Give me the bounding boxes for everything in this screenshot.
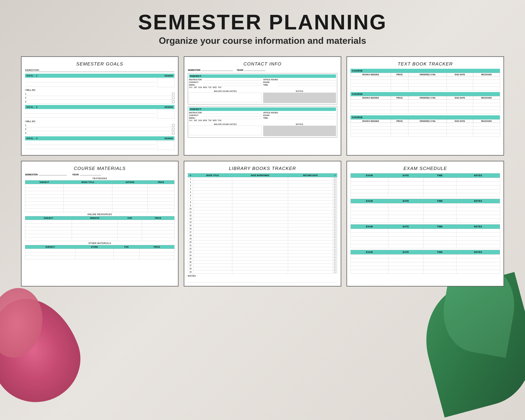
- other-materials-label: OTHER MATERIALS: [25, 242, 175, 244]
- contact-info-card: CONTACT INFO SEMESTER: YEAR: SUBJECT: IN…: [184, 56, 341, 156]
- goal-1-row: GOAL - 1 REWARD: [25, 74, 175, 78]
- goal-3-reward-box[interactable]: [157, 141, 175, 150]
- textbook-table-3: BOOKS NEEDED PRICE ORDERED (Y/N) DUE DAT…: [350, 119, 500, 137]
- notes-col-2: NOTES: [263, 122, 336, 136]
- goal-2-reward-box[interactable]: [157, 110, 175, 119]
- textbook-table-2: BOOKS NEEDED PRICE ORDERED (Y/N) DUE DAT…: [350, 96, 500, 113]
- goal-1-reward: REWARD: [165, 75, 173, 77]
- th-ordered-1: ORDERED (Y/N): [408, 73, 447, 76]
- room-row: ROOM:: [263, 81, 336, 83]
- th-price-online: PRICE: [142, 216, 174, 220]
- instructor-row-2: INSTRUCTOR:: [189, 112, 262, 114]
- goal-2-lines: [25, 110, 156, 120]
- goal-3-row: GOAL - 3 REWARD: [25, 136, 175, 140]
- exam-section-3: EXAM DATE TIME NOTES: [350, 224, 500, 248]
- notes-label-2: NOTES: [263, 123, 336, 125]
- will-do-2-item1: 1.: [25, 123, 175, 127]
- th-author: AUTHOR: [112, 180, 148, 184]
- contact-row-2: CONTACT:: [189, 114, 262, 116]
- th-price-3: PRICE: [391, 120, 408, 123]
- library-notes-line[interactable]: [188, 277, 337, 282]
- th-book-title: BOOK TITLE: [64, 180, 112, 184]
- will-do-1-item3: 3.: [25, 100, 175, 104]
- th-books-needed-1: BOOKS NEEDED: [351, 73, 391, 76]
- exam-dates-box-2[interactable]: [189, 126, 262, 135]
- goal-1-lines: [25, 78, 156, 88]
- th-price-1: PRICE: [391, 73, 408, 76]
- exam-dates-label-2: MAJOR EXAM DATES: [189, 123, 262, 125]
- online-resources-table: SUBJECT WEBSITE FOR PRICE: [25, 216, 175, 241]
- th-received-3: RECEIVED: [473, 120, 500, 123]
- library-books-card: LIBRARY BOOKS TRACKER # BOOK TITLE DATE …: [184, 161, 341, 287]
- will-do-1-label: I WILL DO:: [25, 89, 175, 91]
- exam-notes-section: MAJOR EXAM DATES NOTES: [189, 89, 336, 103]
- exam-dates-label: MAJOR EXAM DATES: [189, 90, 262, 92]
- textbook-card-title: TEXT BOOK TRACKER: [350, 61, 500, 67]
- goal-2-label: GOAL - 2: [27, 106, 38, 108]
- room-row-2: ROOM:: [263, 114, 336, 116]
- th-due-date-2: DUE DATE: [447, 96, 473, 100]
- th-check: ✓: [333, 173, 337, 177]
- contact-subject-header-1: SUBJECT:: [189, 74, 336, 78]
- th-for-other: FOR: [113, 245, 139, 249]
- exam-dates-box[interactable]: [189, 93, 262, 102]
- main-content: SEMESTER PLANNING Organize your course i…: [0, 0, 525, 287]
- exam-dates-col-2: MAJOR EXAM DATES: [189, 122, 262, 136]
- office-hours-row-2: OFFICE HOURS:: [263, 112, 336, 114]
- goals-card-title: SEMESTER GOALS: [25, 61, 175, 67]
- th-store: STORE: [75, 245, 113, 249]
- exam-table-4: EXAM DATE TIME NOTES: [350, 250, 500, 274]
- page-subtitle: Organize your course information and mat…: [159, 35, 366, 46]
- contact-right-2: OFFICE HOURS: ROOM: TIME:: [263, 112, 336, 121]
- other-materials-table: SUBJECT STORE FOR PRICE: [25, 245, 175, 259]
- exam-table-1: EXAM DATE TIME NOTES: [350, 173, 500, 197]
- cards-grid: SEMESTER GOALS SEMESTER: GOAL - 1 REWARD…: [10, 56, 515, 287]
- contact-right-1: OFFICE HOURS: ROOM: TIME:: [263, 79, 336, 88]
- th-received-2: RECEIVED: [473, 96, 500, 100]
- contact-two-col-2: INSTRUCTOR: CONTACT: EMAIL: DAY:: [189, 112, 336, 121]
- contact-meta: SEMESTER: YEAR:: [188, 69, 337, 71]
- th-books-needed-2: BOOKS NEEDED: [351, 96, 391, 100]
- notes-box-2[interactable]: [263, 126, 336, 136]
- textbook-course-2: COURSE: [350, 92, 500, 96]
- notes-label: NOTES: [263, 90, 336, 92]
- course-mat-title: COURSE MATERIALS: [25, 166, 175, 171]
- course-materials-card: COURSE MATERIALS SEMESTER: YEAR: TEXTBOO…: [21, 161, 178, 287]
- th-date-2: DATE: [388, 199, 423, 203]
- textbook-course-1: COURSE: [350, 69, 500, 73]
- th-exam-2: EXAM: [351, 199, 388, 203]
- contact-section-2: SUBJECT: INSTRUCTOR: CONTACT: EMAIL:: [188, 106, 337, 138]
- th-received-1: RECEIVED: [473, 73, 500, 76]
- will-do-1-item2: 2.: [25, 96, 175, 100]
- online-resources-label: ONLINE RESOURCES: [25, 213, 175, 216]
- contact-row: CONTACT:: [189, 81, 262, 83]
- th-notes-3: NOTES: [456, 224, 500, 229]
- th-website: WEBSITE: [72, 216, 118, 220]
- exam-section-2: EXAM DATE TIME NOTES: [350, 199, 500, 223]
- goal-1-reward-box[interactable]: [157, 78, 175, 87]
- contact-two-col-1: INSTRUCTOR: CONTACT: EMAIL: DAY:: [189, 79, 336, 88]
- time-row-2: TIME:: [263, 117, 336, 119]
- will-do-2-label: I WILL DO:: [25, 120, 175, 123]
- exam-table-2: EXAM DATE TIME NOTES: [350, 199, 500, 223]
- days-row-2: DAY: SATSUNMONTUEWEDTHU: [189, 120, 262, 121]
- semester-goals-card: SEMESTER GOALS SEMESTER: GOAL - 1 REWARD…: [21, 56, 178, 156]
- goal-1-content: [25, 78, 175, 88]
- th-price-text: PRICE: [148, 180, 175, 184]
- exam-notes-section-2: MAJOR EXAM DATES NOTES: [189, 122, 336, 136]
- th-date-borrowed: DATE BORROWED: [232, 173, 288, 177]
- th-books-needed-3: BOOKS NEEDED: [351, 120, 391, 123]
- th-notes-4: NOTES: [456, 250, 500, 254]
- exam-section-4: EXAM DATE TIME NOTES: [350, 250, 500, 274]
- course-mat-meta: SEMESTER: YEAR:: [25, 173, 175, 176]
- exam-schedule-card: EXAM SCHEDULE EXAM DATE TIME NOTES: [347, 161, 504, 287]
- th-time-2: TIME: [423, 199, 456, 203]
- page-title: SEMESTER PLANNING: [138, 10, 387, 34]
- notes-box[interactable]: [263, 93, 336, 103]
- will-do-2-item2: 2.: [25, 127, 175, 131]
- exam-dates-col: MAJOR EXAM DATES: [189, 89, 262, 103]
- goal-1-label: GOAL - 1: [27, 74, 38, 77]
- th-notes-2: NOTES: [456, 199, 500, 203]
- th-due-date-3: DUE DATE: [447, 120, 473, 123]
- th-ordered-2: ORDERED (Y/N): [408, 96, 447, 100]
